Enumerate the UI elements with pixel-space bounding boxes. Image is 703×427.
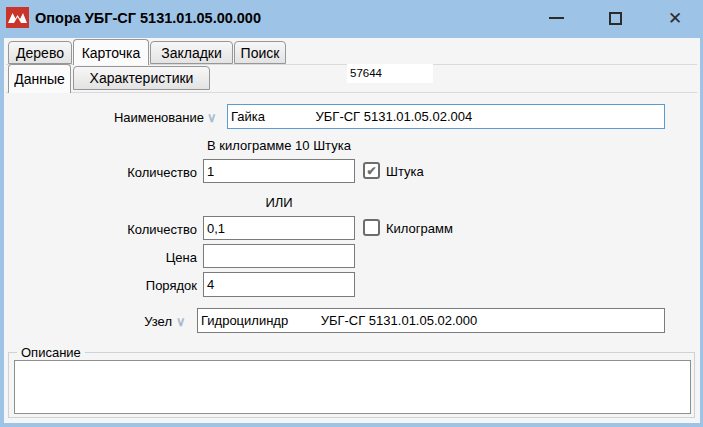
minimize-button[interactable] [541,3,571,33]
tab-tree[interactable]: Дерево [8,41,72,64]
kg-checkbox-label[interactable]: Килограмм [386,221,453,236]
tab-search[interactable]: Поиск [234,41,286,64]
maximize-button[interactable] [600,3,630,33]
node-chevron-down-icon[interactable]: ∨ [176,314,186,329]
quantity-units-input[interactable] [203,159,355,183]
tab-card[interactable]: Карточка [73,39,149,65]
kg-checkbox[interactable] [363,219,380,236]
description-label: Описание [17,345,85,360]
subtab-data[interactable]: Данные [8,64,71,93]
quantity-kg-label: Количество [60,222,197,237]
close-icon: ✕ [668,8,682,29]
close-button[interactable]: ✕ [660,3,690,33]
node-label: Узел [60,314,172,329]
or-text: ИЛИ [203,195,355,210]
app-window: Опора УБГ-СГ 5131.01.05.00.000 ✕ Дерево … [0,0,703,427]
units-checkbox-label[interactable]: Штука [386,164,424,179]
tab-bookmarks[interactable]: Закладки [150,41,233,64]
check-icon: ✔ [366,164,376,178]
order-input[interactable] [203,272,355,297]
description-textarea[interactable] [14,360,691,414]
quantity-units-label: Количество [60,165,197,180]
name-chevron-down-icon[interactable]: ∨ [207,110,217,125]
price-input[interactable] [203,244,355,268]
order-label: Порядок [60,278,197,293]
title-bar[interactable]: Опора УБГ-СГ 5131.01.05.00.000 ✕ [0,0,703,38]
maximize-icon [609,12,622,25]
subtab-characteristics[interactable]: Характеристики [73,66,210,90]
node-input[interactable] [197,308,665,333]
app-logo-icon [6,7,29,28]
minimize-icon [549,17,564,19]
subtab-page-border [6,92,697,93]
quantity-kg-input[interactable] [203,216,355,240]
conversion-note: В килограмме 10 Штука [207,138,351,153]
window-title: Опора УБГ-СГ 5131.01.05.00.000 [35,0,261,38]
price-label: Цена [60,250,197,265]
name-input[interactable] [227,104,665,129]
units-checkbox[interactable]: ✔ [363,162,380,179]
name-label: Наименование [60,110,204,125]
record-id-field[interactable]: 57644 [347,64,433,83]
